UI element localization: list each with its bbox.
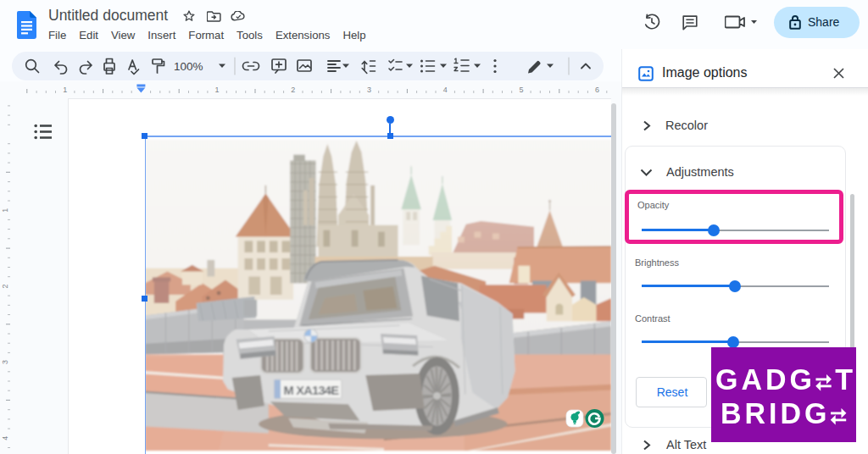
svg-text:2: 2 xyxy=(291,86,295,94)
svg-text:1: 1 xyxy=(1,208,9,213)
svg-text:4: 4 xyxy=(443,86,448,94)
svg-text:1: 1 xyxy=(215,86,220,94)
svg-text:1: 1 xyxy=(63,86,67,94)
svg-text:2: 2 xyxy=(1,284,9,288)
svg-text:3: 3 xyxy=(367,86,371,94)
svg-text:3: 3 xyxy=(1,360,9,364)
svg-text:5: 5 xyxy=(519,86,523,94)
svg-text:6: 6 xyxy=(595,86,599,94)
svg-text:4: 4 xyxy=(1,436,9,440)
